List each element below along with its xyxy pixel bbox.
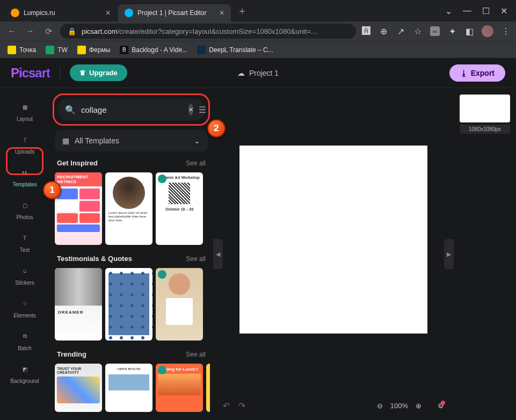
rail-uploads[interactable]: ⤴Uploads (6, 128, 43, 160)
book-icon: ⫿⫿ (19, 166, 31, 178)
rail-photos[interactable]: ▢Photos (6, 194, 43, 226)
bookmark-item[interactable]: DeepL Translate – C... (197, 46, 273, 54)
divider (60, 67, 60, 79)
sidepanel-icon[interactable]: ◧ (464, 26, 474, 36)
window-controls: ⌄ ― ☐ ✕ (445, 6, 512, 16)
all-templates-label: All Templates (75, 136, 119, 145)
search-box[interactable]: 🔍 ✕ ☰ (57, 98, 205, 121)
bookmark-item[interactable]: BBacklogd - A Vide... (120, 46, 187, 54)
collapse-left-button[interactable]: ◀ (213, 239, 223, 269)
rail-batch[interactable]: ⧉Batch (6, 325, 43, 357)
template-thumb[interactable]: TRUST YOUR CREATIVITY (55, 364, 102, 412)
rail-label: Templates (12, 182, 37, 187)
template-thumb[interactable] (206, 364, 210, 412)
address-bar[interactable]: 🔒 picsart.com/create/editor?category=lay… (60, 24, 356, 39)
app-root: Picsart ♛ Upgrade ☁ Project 1 ⭳ Export ▦… (0, 58, 516, 420)
rail-label: Stickers (15, 280, 34, 286)
upgrade-label: Upgrade (89, 69, 118, 77)
template-thumb[interactable]: Looking for Lunch? (156, 364, 203, 412)
browser-tab-1[interactable]: Lumpics.ru ✕ (4, 4, 117, 21)
template-thumb[interactable] (105, 268, 152, 341)
back-icon[interactable]: ← (5, 26, 18, 36)
template-thumb[interactable]: RECRUITMENT METRICS (55, 172, 102, 245)
new-tab-button[interactable]: ＋ (237, 4, 247, 17)
puzzle-icon[interactable]: ✦ (447, 26, 457, 36)
browser-tab-strip: Lumpics.ru ✕ Project 1 | Picsart Editor … (0, 0, 516, 21)
thumbs-row: RECRUITMENT METRICS Lorem ipsum dolor si… (53, 172, 210, 255)
extension-icon[interactable]: as (430, 26, 440, 36)
callout-badge-2: 2 (207, 119, 226, 137)
rail-background[interactable]: ◩Background (6, 358, 43, 389)
see-all-link[interactable]: See all (186, 351, 206, 358)
rail-layout[interactable]: ▦Layout (6, 96, 43, 127)
template-thumb[interactable]: DREAMER (55, 268, 102, 341)
template-thumb[interactable]: Ceramic Art WorkshopOctober 10 – 28 (156, 172, 203, 245)
callout-badge-1: 1 (43, 181, 61, 199)
search-highlight: 🔍 ✕ ☰ (53, 93, 210, 126)
notification-dot-icon (441, 401, 445, 405)
template-thumb[interactable]: Lorem ipsum dolor sit amet text placehol… (105, 172, 152, 245)
filter-icon[interactable]: ☰ (199, 105, 206, 115)
rail-label: Photos (16, 214, 33, 220)
collapse-right-button[interactable]: ▶ (444, 239, 454, 269)
canvas[interactable] (239, 146, 427, 334)
share-icon[interactable]: ↗ (396, 26, 405, 36)
close-window-icon[interactable]: ✕ (500, 6, 507, 16)
thumb-label: DREAMER (55, 306, 102, 319)
reload-icon[interactable]: ⟳ (42, 26, 55, 37)
section-header: Get Inspired See all (53, 159, 210, 172)
undo-icon[interactable]: ↶ (223, 401, 230, 411)
rail-templates[interactable]: ⫿⫿Templates (6, 161, 43, 193)
chevron-down-icon[interactable]: ⌄ (445, 6, 452, 16)
bookmark-item[interactable]: Точка (8, 46, 36, 54)
star-icon[interactable]: ☆ (413, 26, 423, 36)
rail-elements[interactable]: ☆Elements (6, 292, 43, 324)
zoom-level[interactable]: 100% (390, 402, 408, 410)
section-title: Testimonials & Quotes (57, 255, 132, 263)
project-name-text: Project 1 (249, 69, 279, 77)
tab-favicon (125, 9, 133, 17)
zoom-out-icon[interactable]: ⊖ (377, 402, 383, 410)
logo[interactable]: Picsart (11, 66, 50, 81)
template-thumb[interactable] (156, 268, 203, 341)
canvas-viewport[interactable] (213, 88, 454, 391)
template-thumb[interactable]: OPEN HOUSE (105, 364, 152, 412)
project-title[interactable]: ☁ Project 1 (237, 69, 279, 77)
cloud-icon: ☁ (237, 69, 245, 77)
all-templates-dropdown[interactable]: ▦ All Templates ⌄ (55, 130, 208, 151)
search-input[interactable] (81, 105, 183, 114)
close-icon[interactable]: ✕ (219, 9, 224, 17)
clear-icon[interactable]: ✕ (188, 104, 193, 115)
bookmark-item[interactable]: TW (46, 46, 68, 54)
crown-icon: ♛ (79, 69, 86, 77)
section-title: Get Inspired (57, 159, 98, 167)
settings-button[interactable]: ⚙ (438, 402, 444, 410)
zoom-in-icon[interactable]: ⊕ (416, 402, 421, 410)
layer-thumbnail[interactable] (460, 95, 510, 122)
minimize-icon[interactable]: ― (463, 6, 471, 16)
see-all-link[interactable]: See all (186, 160, 206, 167)
forward-icon[interactable]: → (24, 26, 37, 36)
profile-avatar[interactable] (482, 25, 493, 37)
bookmark-item[interactable]: Фермы (77, 46, 110, 54)
sticker-icon: ☺ (19, 265, 31, 277)
rail-label: Elements (13, 313, 36, 318)
browser-actions: 🅰 ⊕ ↗ ☆ as ✦ ◧ ⋮ (361, 25, 511, 37)
rail-stickers[interactable]: ☺Stickers (6, 259, 43, 291)
see-all-link[interactable]: See all (186, 255, 206, 263)
left-rail: ▦Layout ⤴Uploads ⫿⫿Templates ▢Photos TTe… (0, 88, 49, 420)
chevron-down-icon: ⌄ (194, 136, 200, 145)
rail-text[interactable]: TText (6, 227, 43, 258)
zoom-icon[interactable]: ⊕ (379, 26, 388, 36)
section-title: Trending (57, 350, 86, 358)
menu-icon[interactable]: ⋮ (501, 26, 511, 36)
upgrade-button[interactable]: ♛ Upgrade (70, 64, 127, 81)
export-button[interactable]: ⭳ Export (449, 64, 505, 82)
thumbs-row: TRUST YOUR CREATIVITY OPEN HOUSE Looking… (53, 364, 210, 412)
maximize-icon[interactable]: ☐ (482, 6, 490, 16)
premium-badge-icon (158, 175, 166, 183)
translate-icon[interactable]: 🅰 (361, 26, 371, 36)
browser-tab-2[interactable]: Project 1 | Picsart Editor ✕ (118, 4, 231, 21)
close-icon[interactable]: ✕ (105, 9, 111, 17)
redo-icon[interactable]: ↷ (238, 401, 245, 411)
